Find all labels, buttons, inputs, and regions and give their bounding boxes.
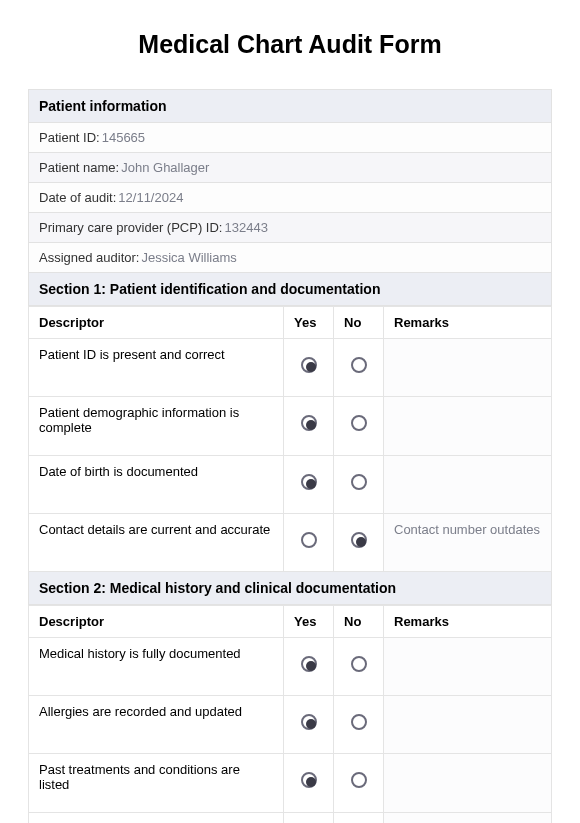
- radio-yes[interactable]: [301, 656, 317, 672]
- radio-yes[interactable]: [301, 772, 317, 788]
- no-cell: [334, 397, 384, 456]
- radio-no[interactable]: [351, 714, 367, 730]
- yes-cell: [284, 813, 334, 824]
- field-row-patient-id: Patient ID: 145665: [28, 123, 552, 153]
- audit-form-page: Medical Chart Audit Form Patient informa…: [0, 0, 580, 823]
- radio-yes[interactable]: [301, 415, 317, 431]
- field-label: Primary care provider (PCP) ID:: [39, 220, 222, 235]
- no-cell: [334, 339, 384, 397]
- yes-cell: [284, 339, 334, 397]
- audit-table-2: Descriptor Yes No Remarks Medical histor…: [28, 605, 552, 823]
- no-cell: [334, 813, 384, 824]
- yes-cell: [284, 456, 334, 514]
- field-value[interactable]: 145665: [102, 130, 145, 145]
- remarks-cell[interactable]: Contact number outdates: [384, 514, 552, 572]
- radio-no[interactable]: [351, 474, 367, 490]
- col-header-no: No: [334, 307, 384, 339]
- table-row: Date of birth is documented: [29, 456, 552, 514]
- descriptor-cell: Surgical history is documented: [29, 813, 284, 824]
- descriptor-cell: Allergies are recorded and updated: [29, 696, 284, 754]
- yes-cell: [284, 514, 334, 572]
- field-value[interactable]: John Ghallager: [121, 160, 209, 175]
- yes-cell: [284, 638, 334, 696]
- table-row: Allergies are recorded and updated: [29, 696, 552, 754]
- col-header-remarks: Remarks: [384, 307, 552, 339]
- section-header-1: Section 1: Patient identification and do…: [28, 273, 552, 306]
- radio-yes[interactable]: [301, 532, 317, 548]
- field-value[interactable]: 12/11/2024: [118, 190, 183, 205]
- remarks-cell[interactable]: [384, 397, 552, 456]
- no-cell: [334, 696, 384, 754]
- field-label: Patient name:: [39, 160, 119, 175]
- no-cell: [334, 754, 384, 813]
- radio-no[interactable]: [351, 656, 367, 672]
- section-header-2: Section 2: Medical history and clinical …: [28, 572, 552, 605]
- field-value[interactable]: 132443: [224, 220, 267, 235]
- table-row: Patient demographic information is compl…: [29, 397, 552, 456]
- field-label: Date of audit:: [39, 190, 116, 205]
- radio-no[interactable]: [351, 532, 367, 548]
- field-label: Assigned auditor:: [39, 250, 139, 265]
- descriptor-cell: Past treatments and conditions are liste…: [29, 754, 284, 813]
- table-row: Past treatments and conditions are liste…: [29, 754, 552, 813]
- no-cell: [334, 514, 384, 572]
- remarks-cell[interactable]: [384, 638, 552, 696]
- field-label: Patient ID:: [39, 130, 100, 145]
- remarks-cell[interactable]: [384, 696, 552, 754]
- page-title: Medical Chart Audit Form: [28, 30, 552, 59]
- audit-table-2-body: Medical history is fully documentedAller…: [29, 638, 552, 824]
- remarks-cell[interactable]: [384, 456, 552, 514]
- descriptor-cell: Contact details are current and accurate: [29, 514, 284, 572]
- radio-no[interactable]: [351, 415, 367, 431]
- field-row-assigned-auditor: Assigned auditor: Jessica Williams: [28, 243, 552, 273]
- radio-yes[interactable]: [301, 474, 317, 490]
- yes-cell: [284, 397, 334, 456]
- radio-yes[interactable]: [301, 357, 317, 373]
- table-row: Contact details are current and accurate…: [29, 514, 552, 572]
- patient-info-header: Patient information: [28, 89, 552, 123]
- table-row: Surgical history is documentedNo surgica…: [29, 813, 552, 824]
- descriptor-cell: Patient ID is present and correct: [29, 339, 284, 397]
- yes-cell: [284, 696, 334, 754]
- field-row-patient-name: Patient name: John Ghallager: [28, 153, 552, 183]
- field-value[interactable]: Jessica Williams: [141, 250, 236, 265]
- field-row-pcp-id: Primary care provider (PCP) ID: 132443: [28, 213, 552, 243]
- remarks-cell[interactable]: [384, 339, 552, 397]
- audit-table-1: Descriptor Yes No Remarks Patient ID is …: [28, 306, 552, 572]
- col-header-descriptor: Descriptor: [29, 606, 284, 638]
- col-header-yes: Yes: [284, 307, 334, 339]
- radio-no[interactable]: [351, 357, 367, 373]
- audit-table-1-body: Patient ID is present and correctPatient…: [29, 339, 552, 572]
- col-header-descriptor: Descriptor: [29, 307, 284, 339]
- table-row: Patient ID is present and correct: [29, 339, 552, 397]
- descriptor-cell: Medical history is fully documented: [29, 638, 284, 696]
- radio-yes[interactable]: [301, 714, 317, 730]
- col-header-yes: Yes: [284, 606, 334, 638]
- no-cell: [334, 638, 384, 696]
- descriptor-cell: Patient demographic information is compl…: [29, 397, 284, 456]
- col-header-no: No: [334, 606, 384, 638]
- field-row-date-of-audit: Date of audit: 12/11/2024: [28, 183, 552, 213]
- radio-no[interactable]: [351, 772, 367, 788]
- no-cell: [334, 456, 384, 514]
- remarks-cell[interactable]: No surgical history documentation: [384, 813, 552, 824]
- descriptor-cell: Date of birth is documented: [29, 456, 284, 514]
- col-header-remarks: Remarks: [384, 606, 552, 638]
- yes-cell: [284, 754, 334, 813]
- table-row: Medical history is fully documented: [29, 638, 552, 696]
- remarks-cell[interactable]: [384, 754, 552, 813]
